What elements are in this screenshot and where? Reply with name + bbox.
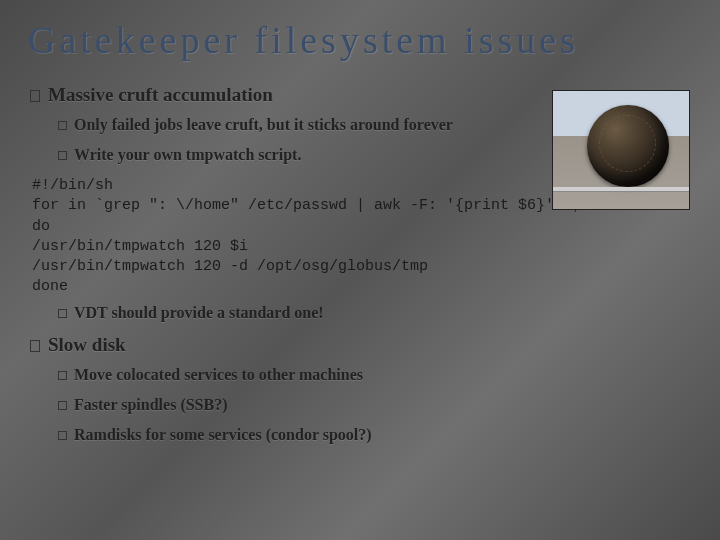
sub-bullet-text: VDT should provide a standard one! [74, 304, 324, 321]
sub-bullet: Ramdisks for some services (condor spool… [58, 426, 692, 444]
illustration-photo [552, 90, 690, 210]
bullet-icon [58, 309, 67, 318]
slide-title: Gatekeeper filesystem issues [28, 18, 692, 62]
slide: Gatekeeper filesystem issues Massive cru… [0, 0, 720, 540]
bullet-icon [58, 401, 67, 410]
sub-bullet-text: Write your own tmpwatch script. [74, 146, 301, 163]
bullet-text: Massive cruft accumulation [48, 84, 273, 105]
sub-bullet-text: Faster spindles (SSB?) [74, 396, 228, 413]
bullet-text: Slow disk [48, 334, 126, 355]
sub-bullet: Faster spindles (SSB?) [58, 396, 692, 414]
sub-bullet: Move colocated services to other machine… [58, 366, 692, 384]
bullet-icon [58, 371, 67, 380]
sub-bullet: VDT should provide a standard one! [58, 304, 692, 322]
sub-bullet-text: Only failed jobs leave cruft, but it sti… [74, 116, 453, 133]
bullet-slow-disk: Slow disk Move colocated services to oth… [30, 334, 692, 444]
bullet-icon [58, 431, 67, 440]
sub-bullet-text: Ramdisks for some services (condor spool… [74, 426, 372, 443]
bullet-icon [30, 340, 40, 352]
bullet-icon [30, 90, 40, 102]
bullet-icon [58, 121, 67, 130]
sub-bullet-text: Move colocated services to other machine… [74, 366, 363, 383]
bullet-icon [58, 151, 67, 160]
